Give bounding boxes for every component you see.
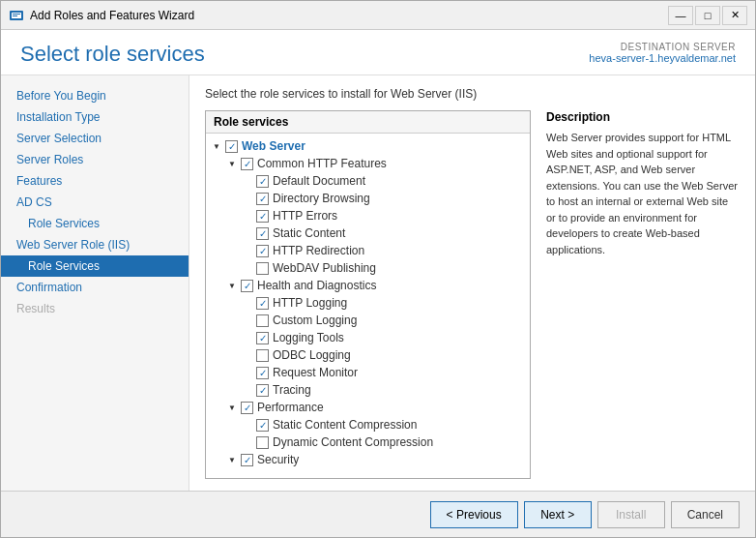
- header-section: Select role services DESTINATION SERVER …: [1, 30, 755, 75]
- checkbox-performance[interactable]: [241, 402, 253, 414]
- tree-item-common-http[interactable]: ▼Common HTTP Features: [206, 155, 530, 172]
- checkbox-http-logging[interactable]: [256, 297, 269, 310]
- tree-label-health-diag: Health and Diagnostics: [257, 279, 376, 292]
- sidebar-item-web-server-role[interactable]: Web Server Role (IIS): [1, 234, 189, 255]
- tree-label-webdav: WebDAV Publishing: [273, 261, 376, 275]
- role-area: Role services ▼Web Server▼Common HTTP Fe…: [205, 110, 740, 479]
- checkbox-web-server[interactable]: [225, 140, 238, 153]
- destination-label: DESTINATION SERVER: [589, 42, 736, 52]
- close-button[interactable]: ✕: [722, 6, 747, 25]
- tree-item-http-logging[interactable]: HTTP Logging: [206, 294, 530, 312]
- tree-label-common-http: Common HTTP Features: [257, 157, 387, 170]
- checkbox-request-monitor[interactable]: [256, 367, 269, 379]
- role-services-panel: Role services ▼Web Server▼Common HTTP Fe…: [205, 110, 531, 479]
- tree-item-custom-logging[interactable]: Custom Logging: [206, 312, 530, 329]
- cancel-button[interactable]: Cancel: [671, 501, 740, 528]
- checkbox-dir-browsing[interactable]: [256, 193, 269, 205]
- checkbox-static-compression[interactable]: [256, 419, 269, 432]
- checkbox-tracing[interactable]: [256, 384, 269, 397]
- tree-item-webdav[interactable]: WebDAV Publishing: [206, 259, 530, 277]
- tree-item-security[interactable]: ▼Security: [206, 451, 530, 468]
- tree-label-logging-tools: Logging Tools: [273, 331, 344, 344]
- svg-rect-3: [13, 15, 17, 16]
- sidebar-item-role-services-adcs[interactable]: Role Services: [1, 213, 189, 234]
- tree-label-static-content: Static Content: [273, 226, 345, 240]
- sidebar-item-confirmation[interactable]: Confirmation: [1, 277, 189, 298]
- tree-item-logging-tools[interactable]: Logging Tools: [206, 329, 530, 346]
- sidebar-item-server-roles[interactable]: Server Roles: [1, 149, 189, 170]
- title-bar: Add Roles and Features Wizard — □ ✕: [1, 1, 755, 30]
- main-content: Select the role services to install for …: [189, 75, 755, 491]
- tree-item-default-doc[interactable]: Default Document: [206, 172, 530, 190]
- next-button[interactable]: Next >: [524, 501, 592, 528]
- tree-item-http-errors[interactable]: HTTP Errors: [206, 207, 530, 224]
- tree-label-tracing: Tracing: [273, 383, 311, 397]
- checkbox-custom-logging[interactable]: [256, 314, 269, 327]
- wizard-window: Add Roles and Features Wizard — □ ✕ Sele…: [0, 0, 756, 538]
- sidebar-item-before-you-begin[interactable]: Before You Begin: [1, 85, 189, 106]
- tree-label-http-logging: HTTP Logging: [273, 296, 347, 310]
- sidebar-item-features[interactable]: Features: [1, 170, 189, 192]
- instruction-text: Select the role services to install for …: [205, 87, 740, 101]
- destination-server: DESTINATION SERVER heva-server-1.heyvald…: [589, 42, 736, 64]
- svg-rect-2: [13, 14, 20, 15]
- main-body: Before You BeginInstallation TypeServer …: [1, 75, 755, 491]
- tree-item-http-redirection[interactable]: HTTP Redirection: [206, 242, 530, 259]
- tree-item-dynamic-compression[interactable]: Dynamic Content Compression: [206, 433, 530, 451]
- sidebar-item-ad-cs[interactable]: AD CS: [1, 192, 189, 213]
- checkbox-webdav[interactable]: [256, 262, 269, 275]
- tree-item-static-compression[interactable]: Static Content Compression: [206, 416, 530, 433]
- checkbox-static-content[interactable]: [256, 227, 269, 240]
- checkbox-http-redirection[interactable]: [256, 245, 269, 257]
- sidebar-item-results: Results: [1, 298, 189, 319]
- minimize-button[interactable]: —: [668, 6, 693, 25]
- tree-item-dir-browsing[interactable]: Directory Browsing: [206, 190, 530, 207]
- sidebar-item-role-services-iis[interactable]: Role Services: [1, 255, 189, 277]
- tree-label-custom-logging: Custom Logging: [273, 314, 357, 327]
- tree-item-web-server[interactable]: ▼Web Server: [206, 137, 530, 155]
- checkbox-default-doc[interactable]: [256, 175, 269, 188]
- checkbox-dynamic-compression[interactable]: [256, 436, 269, 449]
- tree-label-performance: Performance: [257, 401, 324, 414]
- tree-item-static-content[interactable]: Static Content: [206, 224, 530, 242]
- checkbox-health-diag[interactable]: [241, 280, 253, 292]
- tree-label-http-redirection: HTTP Redirection: [273, 244, 364, 257]
- tree-label-request-monitor: Request Monitor: [273, 366, 358, 379]
- tree-label-http-errors: HTTP Errors: [273, 209, 337, 223]
- maximize-button[interactable]: □: [695, 6, 720, 25]
- tree-container[interactable]: ▼Web Server▼Common HTTP FeaturesDefault …: [206, 134, 530, 478]
- sidebar-item-server-selection[interactable]: Server Selection: [1, 128, 189, 149]
- collapse-icon[interactable]: ▼: [225, 453, 239, 466]
- collapse-icon[interactable]: ▼: [225, 279, 239, 292]
- checkbox-http-errors[interactable]: [256, 210, 269, 223]
- page-title: Select role services: [20, 42, 205, 67]
- collapse-icon[interactable]: ▼: [225, 401, 239, 414]
- tree-item-odbc-logging[interactable]: ODBC Logging: [206, 346, 530, 364]
- sidebar-item-installation-type[interactable]: Installation Type: [1, 106, 189, 128]
- checkbox-security[interactable]: [241, 454, 253, 466]
- content-area: Select role services DESTINATION SERVER …: [1, 30, 755, 537]
- description-text: Web Server provides support for HTML Web…: [546, 130, 740, 257]
- footer: < Previous Next > Install Cancel: [1, 491, 755, 537]
- checkbox-common-http[interactable]: [241, 158, 253, 170]
- tree-item-health-diag[interactable]: ▼Health and Diagnostics: [206, 277, 530, 294]
- server-name: heva-server-1.heyvaldemar.net: [589, 52, 736, 64]
- collapse-icon[interactable]: ▼: [210, 139, 223, 153]
- install-button[interactable]: Install: [597, 501, 665, 528]
- tree-label-security: Security: [257, 453, 299, 466]
- checkbox-odbc-logging[interactable]: [256, 349, 269, 362]
- previous-button[interactable]: < Previous: [430, 501, 518, 528]
- collapse-icon[interactable]: ▼: [225, 157, 239, 170]
- checkbox-logging-tools[interactable]: [256, 332, 269, 344]
- tree-item-tracing[interactable]: Tracing: [206, 381, 530, 399]
- description-header: Description: [546, 110, 740, 124]
- tree-label-static-compression: Static Content Compression: [273, 418, 417, 432]
- description-panel: Description Web Server provides support …: [546, 110, 740, 479]
- app-icon: [9, 8, 24, 23]
- tree-label-web-server: Web Server: [242, 139, 305, 153]
- tree-label-dynamic-compression: Dynamic Content Compression: [273, 435, 433, 449]
- window-title: Add Roles and Features Wizard: [30, 9, 668, 22]
- tree-item-request-monitor[interactable]: Request Monitor: [206, 364, 530, 381]
- sidebar: Before You BeginInstallation TypeServer …: [1, 75, 189, 491]
- tree-item-performance[interactable]: ▼Performance: [206, 399, 530, 416]
